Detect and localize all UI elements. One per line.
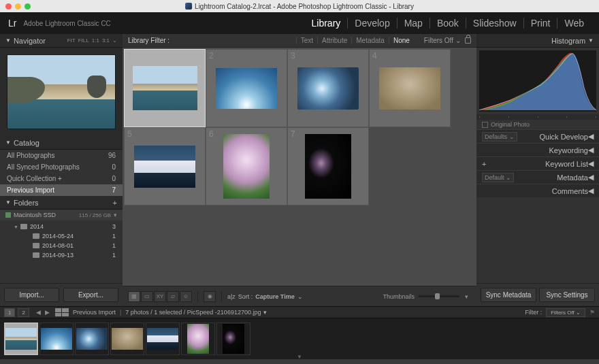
grid-cell[interactable]: 3 — [287, 49, 369, 127]
grid-cell[interactable]: 7 — [287, 127, 369, 205]
filter-text[interactable]: Text — [296, 37, 317, 44]
module-library[interactable]: Library — [305, 18, 348, 29]
comments-panel-header[interactable]: Comments◀ — [476, 184, 599, 197]
lock-icon[interactable] — [465, 37, 471, 44]
filmstrip-thumb[interactable] — [39, 322, 74, 355]
metadata-panel-header[interactable]: Default ⌄ Metadata◀ — [476, 170, 599, 184]
original-photo-label: Original Photo — [491, 121, 530, 128]
sort-control[interactable]: a|z Sort : Capture Time ⌄ — [227, 293, 303, 300]
filmstrip-thumb[interactable] — [146, 322, 180, 355]
metadata-set-dropdown[interactable]: Default ⌄ — [482, 173, 514, 182]
folder-row[interactable]: ▼20143 — [0, 222, 123, 231]
thumbnail-image — [379, 67, 440, 110]
chevron-down-icon[interactable]: ▾ — [263, 309, 267, 316]
filmstrip-thumb[interactable] — [110, 322, 144, 355]
histo-section[interactable] — [567, 116, 596, 118]
thumbnail-image — [223, 134, 270, 199]
filmstrip-collapse-handle[interactable]: ▼ — [297, 354, 302, 360]
thumbnail-image — [134, 146, 195, 188]
filmstrip[interactable]: ▼ — [0, 318, 599, 359]
grid-view-button[interactable]: ▦ — [128, 291, 140, 302]
sync-metadata-button[interactable]: Sync Metadata — [481, 288, 536, 302]
original-photo-checkbox[interactable] — [482, 122, 488, 128]
sort-direction-icon[interactable]: a|z — [227, 293, 236, 300]
maximize-window-button[interactable] — [25, 3, 31, 10]
catalog-row-previous-import[interactable]: Previous Import7 — [0, 184, 123, 196]
grid-cell[interactable]: 5 — [124, 127, 206, 205]
photo-grid[interactable]: 1 2 3 4 5 6 7 — [123, 48, 476, 286]
thumbnails-label: Thumbnails — [383, 293, 415, 300]
filter-attribute[interactable]: Attribute — [317, 37, 351, 44]
export-button[interactable]: Export... — [63, 288, 118, 302]
close-window-button[interactable] — [5, 3, 12, 10]
sync-settings-button[interactable]: Sync Settings — [539, 288, 595, 302]
catalog-panel-header[interactable]: ▼ Catalog — [0, 136, 123, 150]
compare-view-button[interactable]: XY — [154, 291, 166, 302]
histo-section[interactable] — [509, 116, 538, 118]
grid-cell[interactable]: 6 — [206, 127, 287, 205]
histo-section[interactable] — [538, 116, 568, 118]
folder-row[interactable]: 2014-08-011 — [0, 241, 123, 250]
grid-cell[interactable]: 2 — [206, 49, 287, 127]
chevron-down-icon[interactable]: ▾ — [114, 212, 117, 218]
thumbnail-size-slider[interactable] — [419, 295, 459, 297]
filmstrip-thumb[interactable] — [4, 322, 38, 355]
nav-zoom-fit[interactable]: FIT — [67, 37, 76, 44]
disclosure-icon: ▼ — [5, 139, 11, 146]
module-web[interactable]: Web — [557, 18, 591, 29]
module-slideshow[interactable]: Slideshow — [466, 18, 523, 29]
survey-view-button[interactable]: ▱ — [167, 291, 179, 302]
painter-tool-button[interactable]: ◉ — [204, 291, 216, 302]
loupe-view-button[interactable]: ▭ — [141, 291, 153, 302]
histo-section[interactable] — [479, 116, 509, 118]
filter-none[interactable]: None — [389, 37, 414, 44]
nav-back-button[interactable]: ◀ — [36, 309, 41, 316]
module-book[interactable]: Book — [430, 18, 466, 29]
minimize-window-button[interactable] — [15, 3, 21, 10]
filmstrip-filter-dropdown[interactable]: Filters Off ⌄ — [546, 308, 585, 317]
catalog-row-synced[interactable]: All Synced Photographs0 — [0, 161, 123, 173]
nav-forward-button[interactable]: ▶ — [45, 309, 50, 316]
nav-zoom-fill[interactable]: FILL — [78, 37, 89, 44]
navigator-preview[interactable] — [0, 48, 123, 136]
catalog-row-all[interactable]: All Photographs96 — [0, 150, 123, 161]
grid-icon[interactable] — [55, 308, 69, 316]
nav-zoom-3-1[interactable]: 3:1 — [102, 37, 110, 44]
drive-bar[interactable]: Macintosh SSD 115 / 256 GB ▾ — [0, 210, 123, 220]
add-folder-button[interactable]: + — [113, 199, 117, 207]
nav-zoom-1-1[interactable]: 1:1 — [92, 37, 99, 44]
left-panel: ▼ Navigator FIT FILL 1:1 3:1 ⌄ ▼ Catalog… — [0, 34, 123, 306]
keywording-panel-header[interactable]: Keywording◀ — [476, 143, 599, 156]
folder-row[interactable]: 2014-09-131 — [0, 250, 123, 260]
chevron-icon[interactable]: ⌄ — [112, 37, 117, 44]
module-map[interactable]: Map — [397, 18, 430, 29]
secondary-display-button[interactable]: 2 — [18, 308, 29, 317]
module-develop[interactable]: Develop — [347, 18, 396, 29]
quick-develop-preset-dropdown[interactable]: Defaults ⌄ — [482, 132, 517, 142]
breadcrumb[interactable]: Previous Import — [73, 309, 116, 316]
folder-row[interactable]: 2014-05-241 — [0, 231, 123, 241]
navigator-panel-header[interactable]: ▼ Navigator FIT FILL 1:1 3:1 ⌄ — [0, 34, 123, 48]
filter-metadata[interactable]: Metadata — [351, 37, 389, 44]
module-print[interactable]: Print — [523, 18, 557, 29]
primary-display-button[interactable]: 1 — [4, 308, 15, 317]
filmstrip-thumb[interactable] — [181, 322, 215, 355]
grid-cell[interactable]: 4 — [369, 49, 451, 127]
filmstrip-thumb[interactable] — [216, 322, 250, 355]
histogram-display[interactable] — [479, 50, 596, 112]
filters-off-dropdown[interactable]: Filters Off⌄ — [424, 37, 461, 44]
quick-develop-panel-header[interactable]: Defaults ⌄ Quick Develop◀ — [476, 129, 599, 143]
keyword-list-panel-header[interactable]: + Keyword List◀ — [476, 156, 599, 170]
sort-value[interactable]: Capture Time — [255, 293, 294, 300]
grid-cell[interactable]: 1 — [124, 49, 206, 127]
import-button[interactable]: Import... — [4, 288, 59, 302]
add-keyword-button[interactable]: + — [482, 160, 486, 168]
catalog-row-quick[interactable]: Quick Collection +0 — [0, 173, 123, 184]
flag-filter-icon[interactable]: ⚑ — [589, 309, 595, 316]
histogram-panel-header[interactable]: Histogram ▼ — [476, 34, 599, 48]
folder-tree: ▼20143 2014-05-241 2014-08-011 2014-09-1… — [0, 220, 123, 261]
folders-panel-header[interactable]: ▼ Folders + — [0, 196, 123, 210]
filmstrip-thumb[interactable] — [75, 322, 109, 355]
people-view-button[interactable]: ☺ — [180, 291, 192, 302]
toolbar-menu-button[interactable]: ▾ — [462, 293, 471, 300]
